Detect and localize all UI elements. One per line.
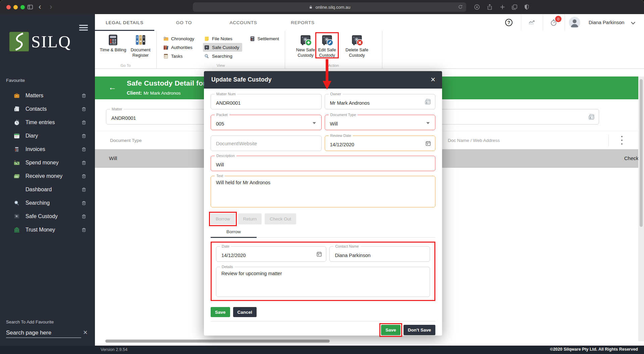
trash-icon[interactable] <box>81 160 87 165</box>
back-arrow-icon[interactable]: ← <box>108 83 116 92</box>
sidebar-search-input[interactable] <box>6 328 81 338</box>
toolbar-button-edit-safe-custody[interactable]: Edit Safe Custody <box>317 34 337 58</box>
sidebar-item-receive-money[interactable]: Receive money <box>0 169 95 183</box>
horizontal-scrollbar[interactable] <box>105 340 330 343</box>
sidebar-item-diary[interactable]: Diary <box>0 129 95 143</box>
reports-chart-icon[interactable] <box>528 19 536 27</box>
contacts-icon[interactable] <box>424 98 431 105</box>
toolbar-group-label: Go To <box>95 63 156 67</box>
browser-sidebar-icon[interactable] <box>27 4 34 10</box>
chevron-down-icon[interactable] <box>631 20 635 24</box>
review-date-field[interactable]: Review Date 14/12/2020 <box>325 136 436 151</box>
trash-icon[interactable] <box>81 200 87 206</box>
text-field[interactable]: Text Will held for Mr Andronos <box>211 176 435 207</box>
status-bar: Version 2.9.54 ©2020 Silqware Pty Ltd. A… <box>0 346 644 354</box>
description-field[interactable]: Description Will <box>211 156 435 171</box>
toolbar-item-label: Authorities <box>171 45 193 50</box>
sidebar-item-label: Contacts <box>25 106 47 112</box>
sidebar-item-matters[interactable]: Matters <box>0 89 95 102</box>
return-button[interactable]: Return <box>238 213 262 224</box>
close-icon[interactable]: × <box>431 75 435 84</box>
sidebar-item-safe-custody[interactable]: Safe Custody <box>0 210 95 223</box>
trash-icon[interactable] <box>81 147 87 152</box>
trash-icon[interactable] <box>81 93 87 98</box>
table-menu-icon[interactable] <box>619 136 625 145</box>
toolbar-item-safe-custody[interactable]: Safe Custody <box>203 43 242 52</box>
details-field[interactable]: Details Review for upcoming matter <box>216 267 430 297</box>
toolbar-item-label: Chronology <box>171 36 194 41</box>
owner-field[interactable]: Owner Mr Mark Andronos <box>325 94 436 109</box>
toolbar-grid: ChronologyAuthoritiesTasksFile NotesSafe… <box>157 31 285 60</box>
sidebar-item-searching[interactable]: Searching <box>0 196 95 210</box>
text-label: Text <box>215 174 225 178</box>
column-doc-name[interactable]: Doc Name / Web Address <box>448 138 500 143</box>
tab-overview-icon[interactable] <box>511 4 518 10</box>
matter-num-field[interactable]: Matter Num ANDR0001 <box>211 94 322 109</box>
tab-reports[interactable]: REPORTS <box>273 14 332 31</box>
footer-save-button[interactable]: Save <box>381 325 400 335</box>
calendar-icon[interactable] <box>425 140 431 147</box>
avatar[interactable] <box>569 17 580 28</box>
borrow-button[interactable]: Borrow <box>211 213 235 224</box>
toolbar-item-file-notes[interactable]: File Notes <box>203 34 235 43</box>
contacts-icon[interactable] <box>588 113 595 120</box>
cancel-button[interactable]: Cancel <box>233 307 257 317</box>
sidebar-item-contacts[interactable]: Contacts <box>0 102 95 116</box>
shield-icon[interactable] <box>523 4 530 10</box>
contact-name-field[interactable]: Contact Name Diana Parkinson <box>329 246 430 262</box>
menu-icon[interactable] <box>79 25 88 31</box>
share-icon[interactable] <box>486 4 493 10</box>
user-name[interactable]: Diana Parkinson <box>589 14 624 31</box>
trash-icon[interactable] <box>81 173 87 179</box>
save-button[interactable]: Save <box>211 307 230 317</box>
browser-back-icon[interactable]: ‹ <box>39 1 41 12</box>
sidebar-item-spend-money[interactable]: Spend money <box>0 156 95 169</box>
toolbar-item-chronology[interactable]: Chronology <box>162 34 197 43</box>
trash-icon[interactable] <box>81 106 87 112</box>
calendar-icon[interactable] <box>316 251 322 257</box>
trash-icon[interactable] <box>81 214 87 219</box>
vertical-scrollbar[interactable] <box>640 79 643 227</box>
toolbar-item-tasks[interactable]: Tasks <box>162 52 186 60</box>
borrow-tabbar: Borrow <box>211 229 435 238</box>
packet-select[interactable]: Packet 005 <box>211 115 322 130</box>
address-bar[interactable]: online.silq.com.au <box>193 2 466 12</box>
tab-borrow[interactable]: Borrow <box>211 229 257 234</box>
new-tab-icon[interactable] <box>499 4 506 10</box>
clear-search-icon[interactable]: × <box>83 328 88 337</box>
toolbar-group-view: ChronologyAuthoritiesTasksFile NotesSafe… <box>157 31 285 69</box>
borrow-date-field[interactable]: Date 14/12/2020 <box>216 246 326 262</box>
sidebar-item-dashboard[interactable]: Dashboard <box>0 183 95 196</box>
downloads-icon[interactable] <box>474 4 480 10</box>
cell-status-clipped: Checke <box>624 155 638 161</box>
toolbar-item-searching[interactable]: Searching <box>203 52 235 60</box>
window-zoom-button[interactable] <box>20 5 25 9</box>
trash-icon[interactable] <box>81 120 87 125</box>
reload-icon[interactable] <box>458 4 463 10</box>
magnifier-icon <box>13 200 20 206</box>
trash-icon[interactable] <box>81 227 87 233</box>
toolbar-item-authorities[interactable]: Authorities <box>162 43 196 52</box>
silq-logo-mark-icon <box>9 32 29 51</box>
toolbar-item-settlement[interactable]: Settlement <box>249 34 282 43</box>
toolbar-button-delete-safe-custody[interactable]: Delete Safe Custody <box>343 34 370 58</box>
dont-save-button[interactable]: Don't Save <box>404 325 435 335</box>
copyright-label: ©2020 Silqware Pty Ltd. All Rights Reser… <box>550 347 638 352</box>
help-icon[interactable]: ? <box>505 19 513 26</box>
document-website-field[interactable]: Document\Website <box>211 136 322 151</box>
window-close-button[interactable] <box>6 5 11 9</box>
column-document-type[interactable]: Document Type <box>110 138 142 143</box>
sidebar-item-trust-money[interactable]: Trust Money <box>0 223 95 237</box>
tab-legal-details[interactable]: LEGAL DETAILS <box>95 14 154 31</box>
trash-icon[interactable] <box>81 133 87 139</box>
check-out-button[interactable]: Check Out <box>265 213 296 224</box>
toolbar-button-new-safe-custody[interactable]: New Safe Custody <box>294 34 317 58</box>
sidebar-item-time-entries[interactable]: Time entries <box>0 116 95 129</box>
document-type-select[interactable]: Document Type Will <box>325 115 436 130</box>
text-value: Will held for Mr Andronos <box>216 180 270 185</box>
tab-go-to[interactable]: GO TO <box>154 14 214 31</box>
window-minimize-button[interactable] <box>13 5 18 9</box>
trash-icon[interactable] <box>81 187 87 192</box>
tab-accounts[interactable]: ACCOUNTS <box>214 14 273 31</box>
sidebar-item-invoices[interactable]: Invoices <box>0 143 95 156</box>
